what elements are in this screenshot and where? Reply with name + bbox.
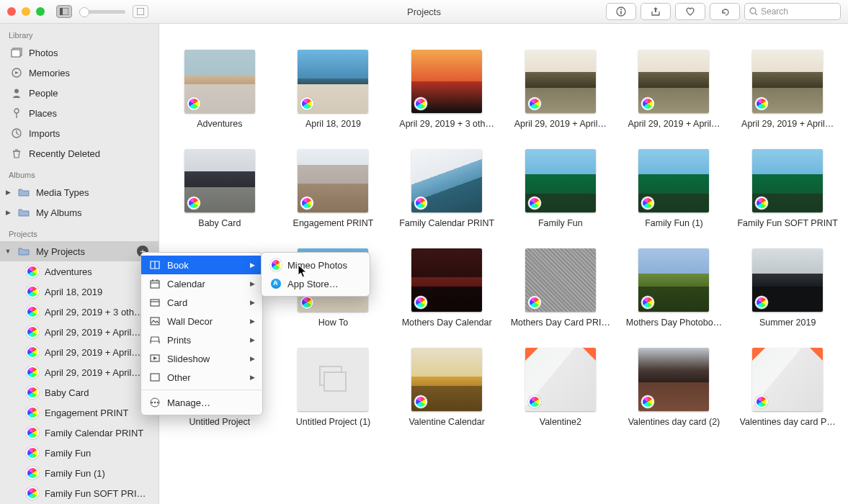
rotate-button[interactable] [710,3,740,20]
menu-item-manage[interactable]: Manage… [141,393,262,412]
mimeo-badge-icon [300,296,313,309]
project-cell[interactable]: Valentine Calendar [393,348,500,427]
project-cell[interactable]: Valentine2 [507,348,614,427]
menu-item-book[interactable]: Book▶ [141,256,262,274]
menu-item-card[interactable]: Card▶ [141,293,262,312]
svg-rect-2 [137,8,144,15]
project-cell[interactable]: Family Fun SOFT PRINT [734,149,841,228]
project-cell[interactable]: Engagement PRINT [280,149,387,228]
sidebar-project-item[interactable]: April 18, 2019 [0,282,159,302]
menu-item-slideshow[interactable]: Slideshow▶ [141,349,262,368]
submenu-item-appstore[interactable]: App Store… [262,274,370,293]
menu-item-calendar[interactable]: Calendar▶ [141,274,262,293]
sidebar-item[interactable]: ▶Media Types [0,182,159,202]
mimeo-icon [26,487,39,500]
sidebar-project-item[interactable]: April 29, 2019 + April… [0,362,159,382]
project-thumbnail [525,348,596,411]
mimeo-badge-icon [755,97,768,110]
pin-icon [10,107,23,119]
project-thumbnail [298,149,368,212]
share-button[interactable] [641,3,671,20]
project-cell[interactable]: Valentines day card (2) [621,348,728,427]
sidebar-project-item[interactable]: Adventures [0,261,159,282]
project-cell[interactable]: April 29, 2019 + April… [621,50,728,129]
minimize-window-button[interactable] [22,7,30,16]
sidebar-project-item[interactable]: Family Fun (1) [0,463,159,483]
project-cell[interactable]: Untitled Project (1) [280,348,387,427]
project-name-label: April 18, 2019 [305,119,361,129]
submenu-arrow-icon: ▶ [250,374,255,381]
sidebar-item[interactable]: Places [0,103,159,123]
favorite-button[interactable] [675,3,705,20]
project-name-label: Mothers Day Card PRI… [511,318,610,328]
project-cell[interactable]: April 29, 2019 + April… [507,50,614,129]
sidebar-item[interactable]: ▶My Albums [0,202,159,222]
mimeo-badge-icon [641,197,654,210]
thumbnail-size-slider[interactable] [79,10,125,14]
sidebar-item[interactable]: Photos [0,42,159,63]
sidebar-project-item[interactable]: Baby Card [0,382,159,402]
search-placeholder: Search [761,6,788,17]
submenu-item-label: Mimeo Photos [287,260,347,271]
project-cell[interactable]: April 29, 2019 + 3 oth… [393,50,500,129]
info-button[interactable] [606,3,636,20]
submenu-item-mimeo[interactable]: Mimeo Photos [262,256,370,274]
sidebar-item-label: Places [29,108,57,119]
sidebar-item-label: Family Calendar PRINT [45,428,143,438]
book-icon [148,260,161,270]
project-cell[interactable]: April 18, 2019 [280,50,387,129]
project-cell[interactable]: Mothers Day Photobo… [621,248,728,328]
sidebar-item[interactable]: People [0,83,159,103]
project-cell[interactable]: Valentines day card P… [734,348,841,427]
sidebar-project-item[interactable]: April 29, 2019 + 3 oth… [0,302,159,322]
project-cell[interactable]: Summer 2019 [734,248,841,328]
mimeo-badge-icon [187,97,200,110]
mimeo-badge-icon [414,97,427,110]
project-name-label: Mothers Day Calendar [402,318,492,328]
project-cell[interactable]: Family Fun (1) [621,149,728,228]
svg-point-30 [151,402,153,403]
sidebar-toggle-button[interactable] [56,5,72,18]
project-thumbnail [752,348,823,411]
aspect-toggle-button[interactable] [133,5,148,18]
project-cell[interactable]: Family Calendar PRINT [393,149,500,228]
sidebar-project-item[interactable]: April 29, 2019 + April… [0,322,159,342]
menu-item-other[interactable]: Other▶ [141,368,262,387]
sidebar-item[interactable]: Recently Deleted [0,143,159,163]
mimeo-badge-icon [755,395,768,408]
zoom-window-button[interactable] [36,7,45,16]
mimeo-icon [26,325,39,338]
new-project-submenu: Mimeo PhotosApp Store… [261,252,370,297]
project-cell[interactable]: Mothers Day Calendar [393,248,500,328]
project-cell[interactable]: Baby Card [166,149,273,228]
trash-icon [10,148,23,159]
sidebar-project-item[interactable]: April 29, 2019 + April… [0,342,159,362]
sidebar-item[interactable]: Memories [0,63,159,83]
submenu-arrow-icon: ▶ [250,261,255,269]
menu-item-prints[interactable]: Prints▶ [141,330,262,349]
info-icon [616,6,626,17]
sidebar-project-item[interactable]: Family Fun SOFT PRINT [0,483,159,503]
project-thumbnail [752,149,823,212]
sidebar-item[interactable]: Imports [0,123,159,143]
project-cell[interactable]: Adventures [166,50,273,129]
sidebar-item[interactable]: ▼My Projects+ [0,241,159,261]
search-field[interactable]: Search [744,3,841,20]
svg-point-32 [157,402,159,403]
close-window-button[interactable] [7,7,16,16]
sidebar-item-label: Photos [29,48,58,58]
project-cell[interactable]: Family Fun [507,149,614,228]
sidebar-project-item[interactable]: Family Fun [0,443,159,463]
project-cell[interactable]: Mothers Day Card PRI… [507,248,614,328]
sidebar-project-item[interactable]: Family Calendar PRINT [0,423,159,443]
mimeo-icon [26,265,39,278]
svg-rect-25 [151,318,159,325]
toolbar-right: Search [606,3,841,20]
project-name-label: How To [318,318,348,328]
project-thumbnail [525,50,596,113]
sidebar-project-item[interactable]: Engagement PRINT [0,402,159,423]
project-cell[interactable]: April 29, 2019 + April… [734,50,841,129]
svg-line-7 [755,13,757,15]
menu-item-walldecor[interactable]: Wall Decor▶ [141,312,262,330]
sidebar-item-label: Recently Deleted [29,148,100,159]
